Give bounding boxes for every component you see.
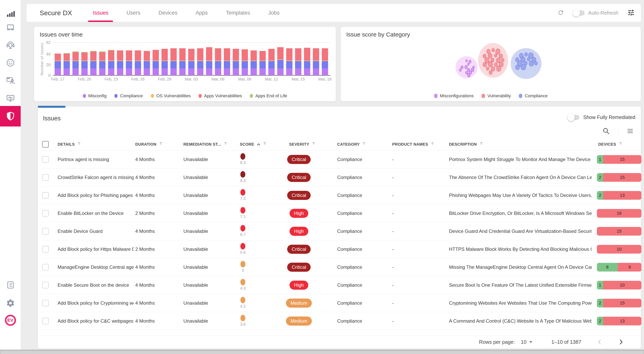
row-checkbox[interactable]: [42, 192, 49, 199]
auto-refresh-label: Auto-Refresh: [588, 10, 618, 16]
cell-score: 8.3: [240, 153, 246, 165]
next-page-button[interactable]: [618, 339, 624, 345]
table-row[interactable]: Add Block policy for Cryptomining wel4 M…: [38, 294, 641, 312]
legend-item-misconfig: Misconfig: [83, 93, 107, 99]
select-all-checkbox[interactable]: [42, 141, 49, 148]
table-row[interactable]: Add Block policy for Https Malware Do2 M…: [38, 240, 641, 258]
row-checkbox[interactable]: [42, 246, 49, 253]
issues-over-time-card: Issues over time 6240200Number of Issues…: [34, 27, 336, 101]
table-row[interactable]: Enable Device Guard4 MonthsUnavailable6.…: [38, 222, 641, 240]
tab-users[interactable]: Users: [117, 4, 150, 22]
row-checkbox[interactable]: [42, 228, 49, 235]
sidebar-item-remote-sessions[interactable]: [0, 72, 21, 89]
table-row[interactable]: Add Block policy for Phishing pages4 Mon…: [38, 186, 641, 204]
sidebar-item-devices[interactable]: [0, 19, 21, 36]
filter-icon[interactable]: [78, 142, 81, 147]
show-fully-remediated-label: Show Fully Remediated: [583, 114, 635, 120]
table-header-row: DETAILSDURATIONREMEDIATION ST...SCORESEV…: [38, 138, 641, 151]
cell-score: 8.3: [240, 171, 246, 183]
cell-product-names: -: [392, 282, 394, 288]
smiley-icon: [6, 58, 15, 68]
cell-duration: 2 Months: [135, 211, 155, 216]
previous-page-button[interactable]: [597, 339, 602, 345]
row-checkbox[interactable]: [42, 174, 49, 181]
tune-icon[interactable]: [627, 9, 635, 17]
search-icon[interactable]: [602, 127, 610, 136]
issue-score-bubble-chart: [341, 27, 641, 101]
devices-at-risk-count: 9: [618, 263, 642, 271]
tab-devices[interactable]: Devices: [150, 4, 186, 22]
row-checkbox[interactable]: [42, 282, 49, 288]
sidebar-item-monitoring[interactable]: [0, 90, 21, 107]
svg-text:Feb, 29: Feb, 29: [158, 77, 171, 81]
table-row[interactable]: Portnox agent is missing4 MonthsUnavaila…: [38, 151, 641, 169]
cell-details: ManageEngine Desktop Central agent: [58, 264, 134, 270]
rows-per-page-select[interactable]: 10: [521, 339, 532, 345]
tab-jobs[interactable]: Jobs: [259, 4, 289, 22]
cell-category: Compliance: [337, 175, 362, 180]
horizontal-scrollbar[interactable]: [0, 350, 644, 354]
avatar-initials: EV: [7, 318, 13, 323]
filter-icon[interactable]: [480, 142, 483, 147]
refresh-icon[interactable]: [558, 9, 564, 17]
filter-icon[interactable]: [362, 142, 366, 147]
cell-description: Portnox System Might Struggle To Monitor…: [449, 157, 592, 162]
column-header-devices[interactable]: DEVICES: [598, 142, 622, 147]
cell-product-names: -: [392, 318, 394, 324]
row-checkbox[interactable]: [42, 156, 49, 163]
legend-item-os-vulnerabilities: OS Vulnerabilities: [151, 93, 191, 99]
filter-icon[interactable]: [431, 142, 434, 147]
svg-text:Feb, 20: Feb, 20: [78, 77, 91, 81]
sidebar-item-security[interactable]: [0, 106, 21, 127]
column-header-product-names[interactable]: PRODUCT NAMES: [392, 142, 434, 147]
devices-health-bar: 215: [597, 299, 642, 307]
column-header-description[interactable]: DESCRIPTION: [449, 142, 483, 147]
cell-description: HTTPS Malware Block Works By Detecting A…: [449, 246, 592, 252]
sidebar-item-experience[interactable]: [0, 54, 21, 71]
row-checkbox[interactable]: [42, 300, 49, 306]
svg-text:Mar, 15: Mar, 15: [292, 77, 305, 81]
filter-icon[interactable]: [224, 142, 227, 147]
table-row[interactable]: Add Block policy for C&C webpages4 Month…: [38, 312, 641, 330]
tab-apps[interactable]: Apps: [186, 4, 217, 22]
row-checkbox[interactable]: [42, 210, 49, 217]
filter-icon[interactable]: [312, 142, 315, 147]
cell-description: Device Guard And Credential Guard Are Vi…: [449, 228, 592, 234]
table-row[interactable]: Enable Secure Boot on the device4 Months…: [38, 276, 641, 294]
column-header-remediation-st-[interactable]: REMEDIATION ST...: [184, 142, 227, 147]
panel-tab-indicator[interactable]: [38, 106, 66, 108]
sidebar-item-profile[interactable]: EV: [0, 312, 21, 329]
filter-icon[interactable]: [159, 142, 162, 147]
cell-description: BitLocker Drive Encryption, Or BitLocker…: [449, 211, 592, 216]
column-menu-icon[interactable]: [627, 128, 634, 135]
tab-issues[interactable]: Issues: [84, 4, 117, 22]
auto-refresh-toggle[interactable]: [573, 11, 585, 16]
cell-score: 5.6: [240, 243, 246, 255]
column-header-severity[interactable]: SEVERITY: [289, 142, 315, 147]
score-dot-icon: [240, 153, 246, 160]
table-row[interactable]: CrowdStrike Falcon agent is missing4 Mon…: [38, 169, 641, 186]
sidebar-item-settings[interactable]: [0, 295, 21, 311]
filter-icon[interactable]: [263, 142, 266, 147]
column-header-score[interactable]: SCORE: [240, 142, 266, 147]
svg-text:Mar, 03: Mar, 03: [185, 77, 198, 81]
table-row[interactable]: ManageEngine Desktop Central agent4 Mont…: [38, 258, 641, 276]
column-header-duration[interactable]: DURATION: [135, 142, 162, 147]
cell-remediation-status: Unavailable: [184, 246, 208, 252]
show-fully-remediated-toggle[interactable]: [568, 115, 579, 120]
row-checkbox[interactable]: [42, 264, 49, 270]
row-checkbox[interactable]: [42, 318, 49, 324]
table-row[interactable]: Enable BitLocker on the Device2 MonthsUn…: [38, 204, 641, 222]
cell-duration: 4 Months: [135, 300, 155, 306]
filter-icon[interactable]: [619, 142, 622, 147]
svg-text:Feb, 26: Feb, 26: [131, 77, 145, 81]
monitor-pulse-icon: [6, 93, 15, 103]
tab-templates[interactable]: Templates: [217, 4, 259, 22]
cell-product-names: -: [392, 264, 394, 270]
devices-health-bar: 115: [597, 155, 642, 164]
cell-details: Add Block policy for Https Malware Do: [58, 246, 134, 252]
column-header-category[interactable]: CATEGORY: [337, 142, 366, 147]
sidebar-item-reports[interactable]: [0, 276, 21, 293]
sidebar-item-support[interactable]: [0, 37, 21, 54]
column-header-details[interactable]: DETAILS: [58, 142, 81, 147]
